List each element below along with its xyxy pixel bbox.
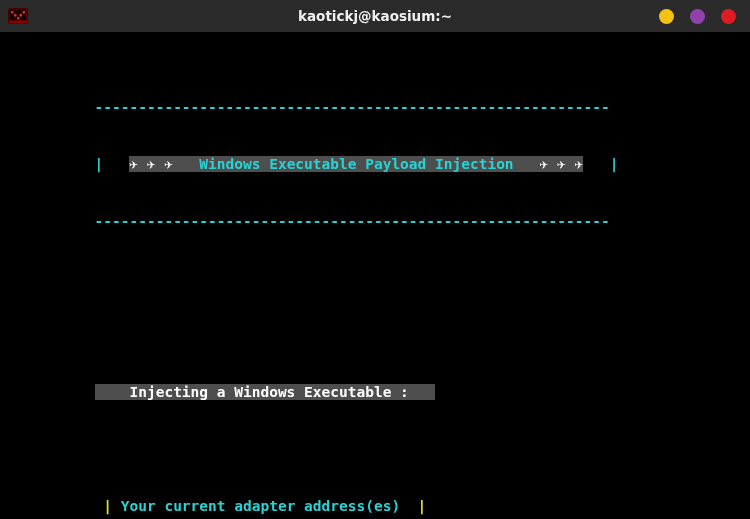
close-button[interactable] [721, 9, 736, 24]
svg-rect-5 [20, 14, 23, 17]
svg-rect-3 [14, 14, 17, 17]
banner-title: Windows Executable Payload Injection [173, 156, 540, 172]
banner-icons-right: ✈ ✈ ✈ [540, 156, 584, 172]
svg-rect-2 [11, 11, 14, 14]
maximize-button[interactable] [690, 9, 705, 24]
section-heading: Injecting a Windows Executable : [129, 384, 408, 400]
banner-dash-bottom: ----------------------------------------… [95, 213, 610, 229]
svg-rect-6 [23, 11, 26, 14]
titlebar: kaotickj@kaosium:~ [0, 0, 750, 32]
adapter-pipe-right: | [418, 498, 427, 514]
banner-pipe-left: | [95, 156, 130, 172]
window-title: kaotickj@kaosium:~ [0, 8, 750, 24]
section-pad-right [409, 384, 435, 400]
window-controls [659, 9, 750, 24]
section-pad-left [95, 384, 130, 400]
adapter-heading: Your current adapter address(es) [121, 498, 418, 514]
banner-icons-left: ✈ ✈ ✈ [129, 156, 173, 172]
minimize-button[interactable] [659, 9, 674, 24]
adapter-pipe-left: | [103, 498, 120, 514]
svg-rect-4 [17, 17, 20, 20]
banner-dash-top: ----------------------------------------… [95, 99, 610, 115]
app-icon [8, 8, 28, 24]
terminal-area[interactable]: ----------------------------------------… [0, 32, 750, 519]
banner-pipe-right: | [583, 156, 618, 172]
